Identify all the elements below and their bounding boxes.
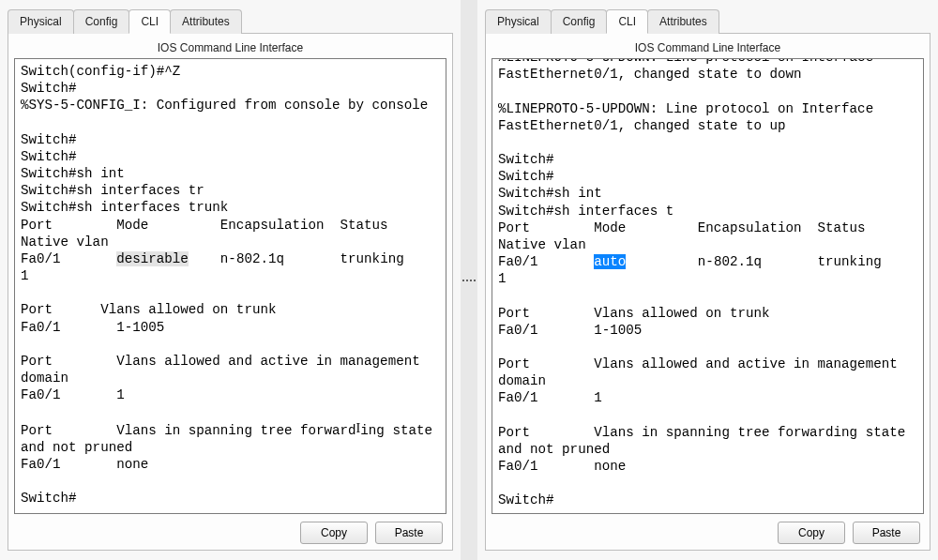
terminal-line: Switch# [21, 80, 440, 97]
cli-title-right: IOS Command Line Interface [492, 41, 924, 54]
terminal-line: %LINEPROTO-5-UPDOWN: Line protocol on In… [498, 58, 917, 83]
terminal-line: Switch#sh interfaces t [498, 203, 917, 219]
terminal-highlight: desirable [116, 251, 189, 266]
cli-title-left: IOS Command Line Interface [14, 41, 446, 54]
terminal-line: Fa0/1 desirable n-802.1q trunking 1 [21, 250, 440, 284]
terminal-text: Fa0/1 [21, 251, 116, 266]
tab-config[interactable]: Config [73, 9, 130, 34]
terminal-line: Switch#sh interfaces tr [21, 182, 440, 199]
terminal-line: Switch#sh interfaces trunk [21, 199, 440, 216]
terminal-line: Fa0/1 1-1005 [498, 322, 917, 339]
terminal-line [498, 475, 917, 492]
terminal-line: Fa0/1 1 [21, 386, 440, 403]
split-divider[interactable] [461, 0, 477, 560]
terminal-line: Port Mode Encapsulation Status Native vl… [21, 217, 440, 250]
terminal-line [21, 114, 440, 131]
terminal-line: Switch#sh int [498, 185, 917, 202]
button-row-left: Copy Paste [14, 522, 446, 544]
terminal-line: Port Vlans allowed on trunk [498, 305, 917, 322]
terminal-text: Fa0/1 [498, 254, 594, 269]
terminal-text: Port Vlans in spanning tree forward [21, 423, 356, 438]
terminal-line: Port Mode Encapsulation Status Native vl… [498, 219, 917, 253]
terminal-line: Port Vlans in spanning tree forwarding s… [498, 424, 917, 458]
terminal-line [498, 134, 917, 151]
button-row-right: Copy Paste [492, 522, 924, 544]
terminal-line: Switch(config-if)#^Z [21, 63, 440, 80]
terminal-line [21, 284, 440, 301]
terminal-line: Port Vlans allowed and active in managem… [498, 356, 917, 389]
tab-attributes[interactable]: Attributes [647, 9, 719, 34]
terminal-line: Fa0/1 auto n-802.1q trunking 1 [498, 253, 917, 287]
terminal-line: Port Vlans allowed and active in managem… [21, 353, 440, 386]
tab-cli[interactable]: CLI [129, 9, 171, 34]
copy-button[interactable]: Copy [778, 522, 845, 544]
terminal-line: Switch# [498, 168, 917, 185]
terminal-highlight: I [356, 419, 361, 436]
terminal-line: Switch# [498, 151, 917, 168]
left-panel: Physical Config CLI Attributes IOS Comma… [0, 0, 461, 560]
terminal-line: Switch# [21, 131, 440, 148]
terminal-right[interactable]: %LINEPROTO-5-UPDOWN: Line protocol on In… [492, 58, 924, 514]
tab-body-left: IOS Command Line Interface Switch(config… [8, 33, 453, 551]
terminal-line: Fa0/1 none [498, 458, 917, 475]
terminal-line: Port Vlans allowed on trunk [21, 301, 440, 318]
copy-button[interactable]: Copy [300, 522, 368, 544]
terminal-line: Switch# [21, 148, 440, 165]
terminal-line: Switch# [21, 490, 440, 507]
terminal-line: %LINEPROTO-5-UPDOWN: Line protocol on In… [498, 100, 917, 134]
terminal-wrap-left: Switch(config-if)#^ZSwitch#%SYS-5-CONFIG… [14, 58, 446, 514]
tabs-left: Physical Config CLI Attributes [8, 9, 453, 34]
terminal-line [21, 403, 440, 420]
tab-physical[interactable]: Physical [8, 9, 74, 34]
tab-config[interactable]: Config [551, 9, 608, 34]
terminal-line: Switch#sh int [21, 165, 440, 182]
terminal-line: Fa0/1 1 [498, 389, 917, 406]
terminal-line: %SYS-5-CONFIG_I: Configured from console… [21, 97, 440, 114]
tabs-right: Physical Config CLI Attributes [485, 9, 930, 34]
tab-body-right: IOS Command Line Interface %LINEPROTO-5-… [485, 33, 930, 551]
tab-cli[interactable]: CLI [606, 9, 648, 34]
terminal-line: Switch# [498, 492, 917, 508]
terminal-highlight: auto [594, 254, 626, 269]
paste-button[interactable]: Paste [853, 522, 920, 544]
terminal-line [498, 83, 917, 99]
divider-grip-icon [461, 273, 477, 288]
terminal-line [498, 407, 917, 424]
terminal-line: Fa0/1 none [21, 456, 440, 473]
terminal-line [21, 473, 440, 490]
terminal-line: Port Vlans in spanning tree forwardIing … [21, 421, 440, 456]
right-panel: Physical Config CLI Attributes IOS Comma… [477, 0, 938, 560]
terminal-wrap-right: %LINEPROTO-5-UPDOWN: Line protocol on In… [492, 58, 924, 514]
terminal-line [21, 336, 440, 353]
paste-button[interactable]: Paste [375, 522, 443, 544]
terminal-line [498, 287, 917, 304]
tab-attributes[interactable]: Attributes [170, 9, 242, 34]
terminal-line: Fa0/1 1-1005 [21, 319, 440, 336]
tab-physical[interactable]: Physical [485, 9, 552, 34]
terminal-line [498, 339, 917, 356]
terminal-left[interactable]: Switch(config-if)#^ZSwitch#%SYS-5-CONFIG… [14, 58, 446, 514]
